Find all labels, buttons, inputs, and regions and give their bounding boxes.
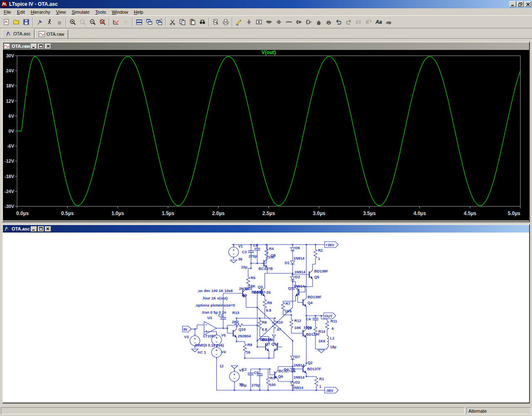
svg-text:R10: R10: [276, 320, 283, 324]
rotate-icon[interactable]: E: [364, 17, 374, 27]
menu-item-view[interactable]: View: [53, 9, 69, 15]
schematic-tab-icon: [5, 31, 12, 37]
svg-text:0.0µs: 0.0µs: [16, 210, 29, 216]
wave-close-button[interactable]: [45, 44, 51, 49]
svg-text:1K6: 1K6: [285, 309, 292, 313]
autorange-icon[interactable]: [121, 17, 131, 27]
waveform-plot-area[interactable]: 30V24V18V12V6V0V-6V-12V-18V-24V-30V0.0µs…: [3, 50, 529, 220]
svg-text:U1: U1: [207, 316, 212, 320]
svg-text:1: 1: [319, 384, 321, 389]
svg-text:1K6: 1K6: [318, 339, 325, 343]
svg-text:Q3: Q3: [258, 285, 263, 289]
menu-item-hierarchy[interactable]: Hierarchy: [28, 9, 53, 15]
zoom-in-icon[interactable]: [68, 17, 78, 27]
move-icon[interactable]: [314, 17, 324, 27]
svg-text:270p: 270p: [249, 254, 257, 258]
svg-text:R7: R7: [286, 302, 291, 306]
zoom-fit-icon[interactable]: [98, 17, 108, 27]
cut-icon[interactable]: [167, 17, 177, 27]
schematic-drawing: +36V-36VOUTINV136C310µC6270pR4100Q8BC337…: [182, 242, 338, 393]
app-restore-button[interactable]: [517, 1, 524, 7]
svg-text:E: E: [356, 20, 359, 25]
schematic-window: OTA.asc +36V-36VOUTINV136C310µC6270pR410…: [2, 224, 530, 404]
svg-text:4.5µs: 4.5µs: [464, 210, 477, 216]
schem-close-button[interactable]: [45, 226, 51, 232]
svg-text:12: 12: [219, 364, 224, 368]
menu-item-tools[interactable]: Tools: [92, 9, 109, 15]
svg-text:0.5µs: 0.5µs: [61, 210, 74, 216]
print-preview-icon[interactable]: [211, 17, 221, 27]
tile-vertical-icon[interactable]: [144, 17, 154, 27]
drag-icon[interactable]: [324, 17, 334, 27]
svg-text:2N3904: 2N3904: [238, 334, 251, 338]
spice-directive-icon[interactable]: .op: [384, 17, 394, 27]
component-icon[interactable]: [304, 17, 314, 27]
svg-text:1N914: 1N914: [293, 375, 305, 379]
menu-item-file[interactable]: File: [1, 9, 14, 15]
svg-text:10µ: 10µ: [241, 265, 247, 269]
tab-ota-raw[interactable]: OTA.raw: [35, 30, 68, 38]
svg-text:-24V: -24V: [5, 189, 15, 194]
diode-icon[interactable]: [294, 17, 304, 27]
wire-icon[interactable]: [234, 17, 244, 27]
waveform-window-icon: [4, 43, 10, 49]
menu-item-edit[interactable]: Edit: [14, 9, 28, 15]
svg-text:6V: 6V: [9, 114, 15, 119]
new-schematic-icon[interactable]: [1, 17, 11, 27]
menu-item-help[interactable]: Help: [131, 9, 146, 15]
print-icon[interactable]: [221, 17, 231, 27]
tab-label: OTA.raw: [47, 32, 64, 37]
svg-text:SINE(0 0.18 1e6): SINE(0 0.18 1e6): [195, 343, 224, 347]
halt-icon[interactable]: [54, 17, 64, 27]
schem-minimize-button[interactable]: [31, 226, 37, 232]
menu-item-window[interactable]: Window: [109, 9, 131, 15]
toolbar-separator: [109, 17, 110, 27]
app-minimize-button[interactable]: [510, 1, 516, 7]
undo-icon[interactable]: [334, 17, 344, 27]
svg-text:2.5µs: 2.5µs: [262, 210, 275, 216]
svg-text:V2: V2: [239, 368, 244, 372]
svg-text:R3: R3: [270, 376, 275, 380]
wave-maximize-button[interactable]: [38, 44, 44, 49]
plot-frame: 30V24V18V12V6V0V-6V-12V-18V-24V-30V0.0µs…: [5, 50, 521, 216]
svg-text:V4: V4: [221, 350, 226, 354]
toolbar-separator: [165, 17, 166, 27]
zoom-out-icon[interactable]: [88, 17, 98, 27]
wave-minimize-button[interactable]: [31, 44, 37, 49]
resistor-icon[interactable]: [264, 17, 274, 27]
open-file-icon[interactable]: [11, 17, 21, 27]
text-icon[interactable]: Aa: [374, 17, 384, 27]
svg-text:C6: C6: [253, 243, 258, 248]
zoom-back-icon[interactable]: [78, 17, 88, 27]
paste-icon[interactable]: [187, 17, 197, 27]
svg-text:1N914: 1N914: [292, 386, 303, 390]
app-close-button[interactable]: [525, 1, 531, 7]
svg-text:BD139F: BD139F: [308, 295, 322, 299]
svg-text:C3: C3: [242, 250, 247, 254]
tab-ota-asc[interactable]: OTA.asc: [2, 29, 34, 38]
label-net-icon[interactable]: [254, 17, 264, 27]
plot-settings-icon[interactable]: [111, 17, 121, 27]
schematic-canvas-area[interactable]: +36V-36VOUTINV136C310µC6270pR4100Q8BC337…: [3, 233, 529, 402]
toolbar-separator: [32, 17, 33, 27]
inductor-icon[interactable]: [284, 17, 294, 27]
ground-icon[interactable]: [244, 17, 254, 27]
svg-text:R6: R6: [267, 301, 272, 305]
menu-item-simulate[interactable]: Simulate: [69, 9, 92, 15]
save-icon[interactable]: [21, 17, 31, 27]
schem-maximize-button[interactable]: [38, 226, 44, 232]
run-icon[interactable]: [44, 17, 54, 27]
copy-icon[interactable]: [177, 17, 187, 27]
capacitor-icon[interactable]: [274, 17, 284, 27]
redo-icon[interactable]: [344, 17, 354, 27]
control-panel-icon[interactable]: [34, 17, 44, 27]
tile-horizontal-icon[interactable]: [134, 17, 144, 27]
find-icon[interactable]: [197, 17, 207, 27]
svg-text:BD139F: BD139F: [314, 269, 328, 273]
toolbar-separator: [132, 17, 133, 27]
menu-bar: FileEditHierarchyViewSimulateToolsWindow…: [0, 8, 532, 15]
cascade-windows-icon[interactable]: [154, 17, 164, 27]
svg-text:.op: .op: [386, 20, 392, 24]
solver-mode-badge: Alternate: [466, 407, 531, 414]
mirror-icon[interactable]: E: [354, 17, 364, 27]
